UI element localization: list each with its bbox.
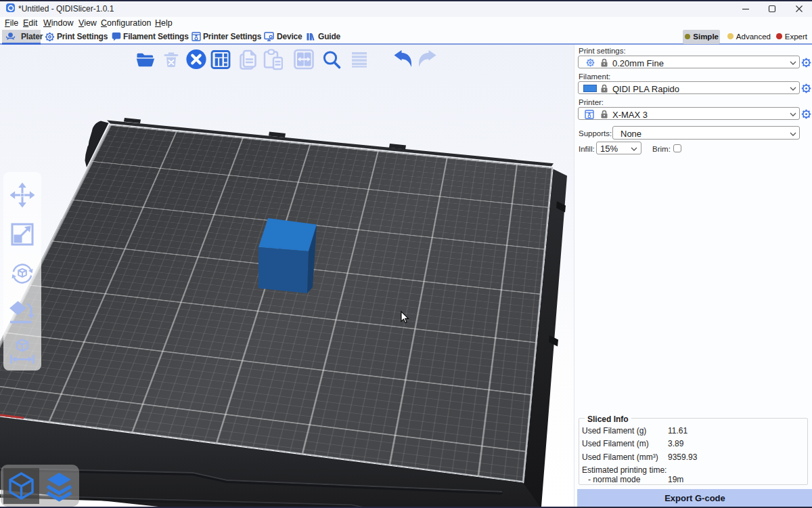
arrange-button[interactable] [210,49,231,70]
3d-viewport[interactable] [0,45,574,507]
infill-combo[interactable]: 15% [596,142,641,154]
printer-combo[interactable]: X-MAX 3 [578,107,800,120]
redo-icon [416,49,438,70]
lock-icon [600,58,608,67]
maximize-button[interactable] [759,1,786,17]
move-tool-button[interactable] [9,182,36,209]
paste-button[interactable] [261,49,283,70]
bed-overlay [0,45,574,507]
filament-combo[interactable]: QIDI PLA Rapido [578,81,800,94]
split-button[interactable] [293,49,315,70]
printer-settings-icon [191,32,201,41]
print-preset-value: 0.20mm Fine [612,58,664,68]
preview-layers-icon [41,468,77,504]
bed-front-skirt [0,417,540,507]
close-icon [795,5,803,13]
close-button[interactable] [786,1,812,17]
mode-advanced[interactable]: Advanced [727,30,771,43]
menu-file[interactable]: File [5,18,18,28]
scale-icon [9,221,36,248]
gizmo-toolbar [3,172,41,371]
chevron-down-icon [631,146,637,152]
filament-label: Filament: [579,72,610,81]
arrange-icon [210,49,231,70]
cube-top-face [258,218,317,251]
sliced-info-title: Sliced Info [585,415,631,424]
chevron-down-icon [790,60,796,66]
supports-value: None [621,129,641,139]
copy-icon [238,49,259,70]
printer-preset-icon [585,110,594,119]
move-icon [9,182,36,209]
title-bar: *Untitled - QIDISlicer-1.0.1 [0,1,812,17]
bed-top-rim [107,121,554,167]
tab-plater[interactable]: Plater [5,30,39,43]
editor-view-button[interactable] [3,468,39,504]
3d-editor-view-icon [3,468,39,504]
model-cube[interactable] [258,218,317,293]
menu-help[interactable]: Help [155,18,173,28]
supports-combo[interactable]: None [612,126,800,140]
menu-window[interactable]: Window [43,18,73,28]
undo-icon [392,49,414,70]
print-settings-combo[interactable]: 0.20mm Fine [578,56,800,68]
plater-icon [5,32,16,41]
rotate-tool-button[interactable] [9,260,36,287]
app-logo-icon [6,3,15,12]
measure-tool-button[interactable] [9,339,36,366]
print-settings-gear-button[interactable] [801,58,811,68]
search-button[interactable] [321,49,342,70]
infill-label: Infill: [579,145,595,153]
minimize-button[interactable] [732,1,759,17]
rotate-icon [9,260,36,287]
tab-guide[interactable]: Guide [306,30,340,43]
print-settings-label: Print settings: [579,47,626,55]
supports-label: Supports: [579,129,612,137]
copy-button[interactable] [238,49,259,70]
tab-print-settings[interactable]: Print Settings [45,30,108,43]
chevron-down-icon [790,131,796,137]
menu-edit[interactable]: Edit [23,18,38,28]
paste-icon [261,49,283,70]
bed-side-right [512,169,567,507]
mouse-cursor [401,312,408,323]
delete-all-icon [185,49,207,70]
tab-bar: Plater Print Settings Filament Settings … [0,30,812,45]
tab-device[interactable]: Device [264,30,300,43]
filament-gear-button[interactable] [801,83,811,93]
open-button[interactable] [135,49,156,70]
bed-corner-left [85,121,112,168]
tab-filament-settings[interactable]: Filament Settings [112,30,187,43]
side-panel: Print settings: 0.20mm Fine Filament: QI… [574,45,812,507]
print-preset-gear-icon [586,58,595,67]
layers-button[interactable] [348,49,370,70]
undo-button[interactable] [392,49,413,70]
delete-button[interactable] [160,49,182,70]
menu-configuration[interactable]: Configuration [101,18,151,28]
chevron-down-icon [790,85,796,92]
mode-simple[interactable]: Simple [683,30,720,44]
export-gcode-button[interactable]: Export G-code [577,489,812,507]
simple-mode-dot [685,34,691,40]
maximize-icon [768,5,776,13]
variable-layer-height-icon [348,49,370,70]
filament-color-swatch [583,85,597,92]
window-title: *Untitled - QIDISlicer-1.0.1 [18,4,114,14]
printer-gear-button[interactable] [801,109,811,119]
brim-checkbox[interactable] [673,144,681,152]
menu-view[interactable]: View [78,18,97,28]
redo-button[interactable] [416,49,438,70]
window-border-top [0,0,812,1]
filament-preset-value: QIDI PLA Rapido [612,84,679,94]
delete-all-button[interactable] [185,49,207,70]
preview-view-button[interactable] [41,468,77,504]
lock-icon [600,110,608,119]
plater-toolbar [0,49,574,70]
flatten-tool-button[interactable] [9,299,36,326]
mode-expert[interactable]: Expert [776,30,807,43]
split-objects-icon [293,49,315,70]
brim-label: Brim: [652,145,671,153]
expert-mode-dot [776,33,782,39]
scale-tool-button[interactable] [9,221,36,248]
tab-printer-settings[interactable]: Printer Settings [191,30,265,43]
